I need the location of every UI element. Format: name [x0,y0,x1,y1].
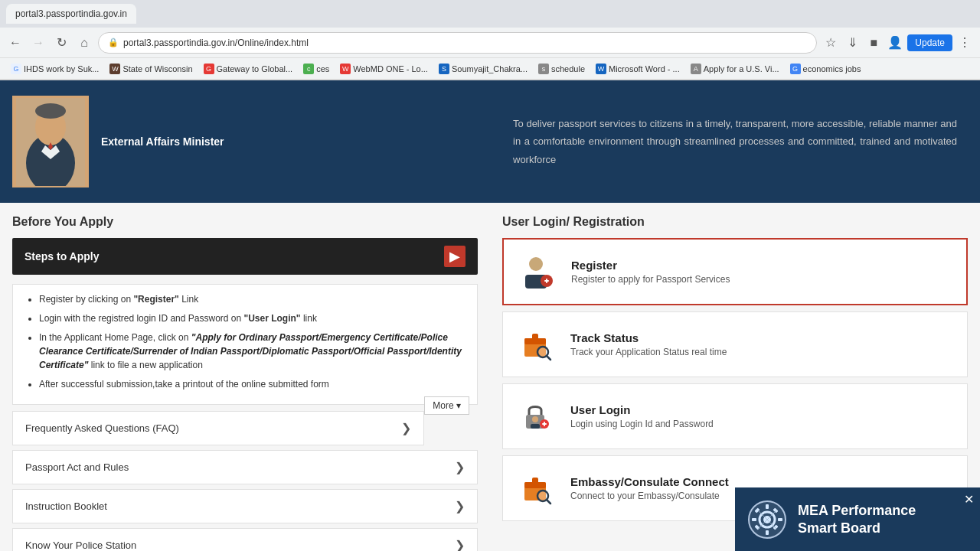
tab-bar: portal3.passportindia.gov.in [0,0,980,28]
bookmark-gateway[interactable]: G Gateway to Global... [199,62,298,76]
steps-header-label: Steps to Apply [24,250,100,262]
mission-text: To deliver passport services to citizens… [513,115,957,168]
embassy-icon [515,467,558,510]
bookmark-favicon: S [439,64,449,74]
step-4: After successful submission,take a print… [39,377,469,391]
bookmark-schedule[interactable]: s schedule [534,62,590,76]
accordion-passport-act-label: Passport Act and Rules [25,461,129,473]
accordion-instruction-label: Instruction Booklet [25,500,107,512]
url-text: portal3.passportindia.gov.in/Online/inde… [123,37,309,48]
svg-rect-24 [532,478,538,485]
forward-button[interactable]: → [29,34,47,52]
user-login-title: User Login/ Registration [502,215,968,229]
accordion-instruction[interactable]: Instruction Booklet ❯ [12,489,478,523]
browser-chrome: portal3.passportindia.gov.in ← → ↻ ⌂ 🔒 p… [0,0,980,80]
accordion-police-label: Know Your Police Station [25,540,136,551]
more-button[interactable]: More ▾ [424,396,469,415]
steps-list: Register by clicking on "Register" Link … [31,292,469,391]
accordion-instruction-arrow: ❯ [455,499,465,514]
svg-rect-31 [766,530,769,535]
svg-rect-10 [546,279,547,283]
bookmark-icon[interactable]: ☆ [822,34,840,52]
svg-line-26 [547,500,550,504]
steps-arrow-icon: ▶ [444,246,466,267]
steps-to-apply-header[interactable]: Steps to Apply ▶ [12,238,478,275]
accordion-police[interactable]: Know Your Police Station ❯ [12,528,478,551]
home-button[interactable]: ⌂ [75,34,93,52]
svg-point-17 [532,416,538,422]
login-icon [515,395,558,438]
lock-icon: 🔒 [108,37,119,47]
login-card-desc: Login using Login Id and Password [570,419,714,429]
bookmark-favicon: G [204,64,214,74]
embassy-card-title: Embassy/Consulate Connect [570,475,729,488]
bookmark-visa[interactable]: A Apply for a U.S. Vi... [686,62,784,76]
mea-title: MEA PerformanceSmart Board [798,502,916,538]
back-button[interactable]: ← [6,34,24,52]
profile-icon[interactable]: 👤 [886,34,904,52]
accordion-faq-label: Frequently Asked Questions (FAQ) [25,422,179,434]
bookmark-favicon: W [596,64,606,74]
top-banner: External Affairs Minister To deliver pas… [0,80,980,203]
step-1: Register by clicking on "Register" Link [39,292,469,306]
svg-line-15 [547,356,550,360]
accordion-passport-act-arrow: ❯ [455,460,465,474]
nav-bar: ← → ↻ ⌂ 🔒 portal3.passportindia.gov.in/O… [0,28,980,58]
steps-content: Register by clicking on "Register" Link … [12,284,478,405]
embassy-card-desc: Connect to your Embassy/Consulate [570,491,729,501]
user-login-card[interactable]: User Login Login using Login Id and Pass… [502,383,968,449]
before-apply-title: Before You Apply [12,215,478,229]
minister-section: External Affairs Minister [0,80,490,203]
mea-widget[interactable]: ✕ M [735,487,980,551]
bookmark-ces[interactable]: c ces [299,62,334,76]
bookmark-economics[interactable]: G economics jobs [786,62,866,76]
browser-actions: ☆ ⇓ ■ 👤 Update ⋮ [822,34,974,52]
svg-rect-33 [778,518,782,521]
svg-rect-21 [544,422,545,426]
bookmark-favicon: W [109,64,120,74]
track-card-text: Track Status Track your Application Stat… [570,331,727,357]
track-status-card[interactable]: Track Status Track your Application Stat… [502,311,968,377]
register-icon [516,250,559,293]
minister-title: External Affairs Minister [101,135,224,148]
register-card-desc: Register to apply for Passport Services [571,274,730,285]
bookmark-favicon: s [538,64,549,74]
bookmark-soumyajit[interactable]: S Soumyajit_Chakra... [434,62,532,76]
bookmark-ihds[interactable]: G IHDS work by Suk... [6,62,103,76]
extensions-icon[interactable]: ■ [864,34,883,52]
mea-text: MEA PerformanceSmart Board [798,502,916,538]
reload-button[interactable]: ↻ [52,34,70,52]
bookmark-favicon: A [691,64,701,74]
bookmark-msword[interactable]: W Microsoft Word - ... [591,62,684,76]
address-bar[interactable]: 🔒 portal3.passportindia.gov.in/Online/in… [98,32,817,54]
page-content: External Affairs Minister To deliver pas… [0,80,980,551]
track-card-title: Track Status [570,331,727,344]
register-card-title: Register [571,259,730,272]
svg-point-6 [529,257,543,271]
svg-rect-18 [531,424,540,429]
bookmark-wisconsin[interactable]: W State of Wisconsin [105,62,197,76]
minister-info: External Affairs Minister [101,135,224,148]
accordion-faq[interactable]: Frequently Asked Questions (FAQ) ❯ [12,411,424,445]
accordion-faq-arrow: ❯ [401,421,411,435]
accordion-police-arrow: ❯ [455,538,465,551]
bookmark-favicon: G [11,64,21,74]
left-panel: Before You Apply Steps to Apply ▶ Regist… [0,203,490,551]
mea-close-icon[interactable]: ✕ [964,492,974,507]
mea-logo [747,500,787,540]
svg-point-5 [35,103,66,119]
mission-section: To deliver passport services to citizens… [490,80,980,203]
accordion-passport-act[interactable]: Passport Act and Rules ❯ [12,450,478,484]
bookmark-webmd[interactable]: W WebMD ONE - Lo... [335,62,433,76]
svg-rect-30 [766,504,769,509]
svg-rect-32 [752,518,756,521]
download-icon[interactable]: ⇓ [843,34,861,52]
register-card[interactable]: Register Register to apply for Passport … [502,238,968,305]
menu-icon[interactable]: ⋮ [956,34,974,52]
bookmarks-bar: G IHDS work by Suk... W State of Wiscons… [0,58,980,80]
active-tab[interactable]: portal3.passportindia.gov.in [6,4,136,24]
update-button[interactable]: Update [907,34,952,51]
more-btn-container: More ▾ [31,396,469,399]
track-card-desc: Track your Application Status real time [570,347,727,357]
minister-svg [16,98,85,186]
